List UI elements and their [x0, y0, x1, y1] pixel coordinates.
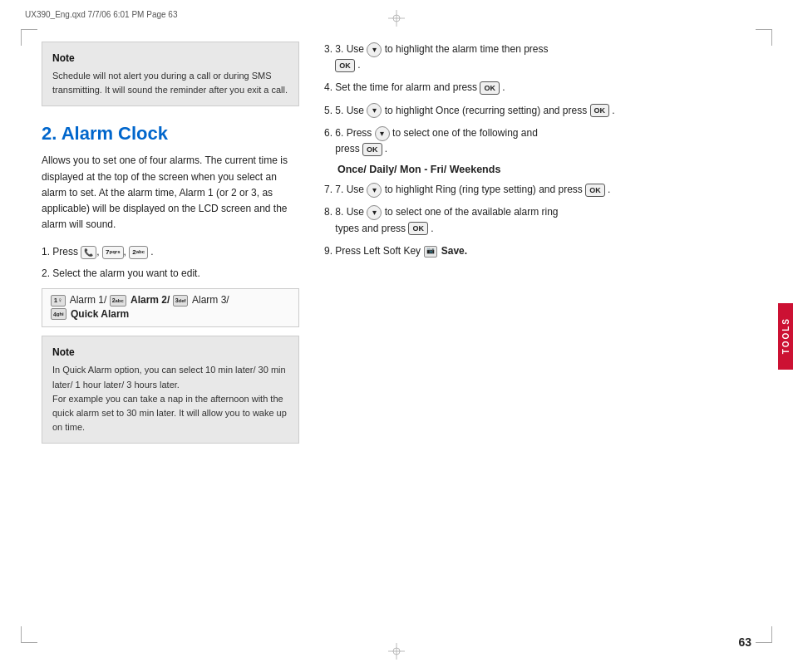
step4-text: 4. Set the time for alarm and press	[324, 81, 480, 93]
step3-text: to highlight the alarm time then press	[385, 43, 549, 55]
step9-bold: Save.	[441, 245, 467, 257]
alarm-row-1: 1♀ Alarm 1/ 2abc Alarm 2/ 3def Alarm 3/	[51, 294, 290, 307]
step5-num: 5.	[324, 105, 335, 116]
header-text: UX390_Eng.qxd 7/7/06 6:01 PM Page 63	[25, 10, 177, 19]
right-column: 3. 3. Use ▾ to highlight the alarm time …	[324, 42, 751, 630]
ok-btn-8[interactable]: OK	[408, 222, 428, 235]
section-heading: 2. Alarm Clock	[42, 123, 299, 145]
alarm-list-box: 1♀ Alarm 1/ 2abc Alarm 2/ 3def Alarm 3/ …	[42, 288, 299, 328]
key-1-icon: 1♀	[51, 295, 66, 307]
tools-label: TOOLS	[781, 317, 791, 354]
step-4: 4. Set the time for alarm and press OK .	[324, 80, 751, 96]
step8-num: 8.	[324, 206, 335, 218]
left-column: Note Schedule will not alert you during …	[42, 42, 299, 630]
step4-end: .	[502, 81, 505, 93]
ok-btn-4[interactable]: OK	[480, 81, 500, 95]
note-box-1: Note Schedule will not alert you during …	[42, 42, 299, 106]
once-daily-label: Once/ Daily/ Mon - Fri/ Weekends	[337, 164, 751, 175]
content-area: Note Schedule will not alert you during …	[42, 42, 751, 630]
note2-text: In Quick Alarm option, you can select 10…	[52, 363, 288, 434]
note-box-2: Note In Quick Alarm option, you can sele…	[42, 336, 299, 443]
nav-key-5: ▾	[367, 103, 382, 118]
step3-use: 3. Use	[335, 43, 364, 55]
step-2: 2. Select the alarm you want to edit.	[42, 266, 299, 282]
nav-key-3: ▾	[367, 42, 382, 57]
step-5: 5. 5. Use ▾ to highlight Once (recurring…	[324, 103, 751, 119]
quick-alarm-label: Quick Alarm	[71, 308, 129, 320]
alarm-row-2: 4ghi Quick Alarm	[51, 308, 290, 321]
step3-num: 3.	[324, 43, 335, 55]
ok-btn-7[interactable]: OK	[585, 184, 605, 197]
step6-num: 6.	[324, 127, 335, 139]
softkey-save-icon: 📷	[424, 246, 437, 258]
step7-text: to highlight Ring (ring type setting) an…	[385, 184, 585, 195]
step-9: 9. Press Left Soft Key 📷 Save.	[324, 243, 751, 259]
key-phone-icon: 📞	[81, 246, 96, 259]
section-body: Allows you to set one of four alarms. Th…	[42, 153, 299, 233]
note2-title: Note	[52, 345, 288, 360]
step5-text: to highlight Once (recurring setting) an…	[385, 105, 590, 116]
step5-end: .	[612, 105, 614, 116]
crosshair-bottom	[388, 643, 405, 662]
alarm1-label: Alarm 1/	[70, 294, 110, 306]
step-1: 1. Press 📞, 7pqrs, 2abc .	[42, 244, 299, 260]
note1-text: Schedule will not alert you during a cal…	[52, 69, 288, 97]
corner-tl	[21, 29, 37, 46]
step7-use: 7. Use	[335, 184, 364, 195]
key-4ghi-icon: 4ghi	[51, 308, 66, 320]
ok-btn-5[interactable]: OK	[590, 104, 610, 117]
corner-br	[756, 626, 772, 643]
nav-key-8: ▾	[367, 205, 382, 220]
ok-btn-3[interactable]: OK	[335, 59, 355, 72]
key-2abc-icon: 2abc	[110, 295, 126, 307]
step1-prefix: 1. Press	[42, 246, 78, 258]
page-number: 63	[738, 635, 751, 649]
nav-key-7: ▾	[367, 183, 382, 198]
note1-title: Note	[52, 51, 288, 66]
step3-end: .	[357, 59, 360, 71]
corner-tr	[756, 29, 772, 46]
step8-use: 8. Use	[335, 206, 364, 218]
step-7: 7. 7. Use ▾ to highlight Ring (ring type…	[324, 182, 751, 198]
step6-end: .	[385, 143, 387, 155]
step7-num: 7.	[324, 184, 335, 195]
step-6: 6. 6. Press ▾ to select one of the follo…	[324, 125, 751, 157]
ok-btn-6[interactable]: OK	[362, 143, 382, 156]
step-8: 8. 8. Use ▾ to select one of the availab…	[324, 204, 751, 236]
step7-end: .	[608, 184, 610, 195]
key-7-icon: 7pqrs	[102, 246, 123, 259]
step5-use: 5. Use	[335, 105, 364, 116]
corner-bl	[21, 626, 37, 643]
step9-text: 9. Press Left Soft Key	[324, 245, 423, 257]
alarm2-label: Alarm 2/	[131, 294, 173, 306]
key-2-icon: 2abc	[129, 246, 148, 259]
alarm3-label: Alarm 3/	[192, 294, 229, 306]
tools-tab: TOOLS	[778, 303, 793, 370]
step-3: 3. 3. Use ▾ to highlight the alarm time …	[324, 42, 751, 73]
nav-key-6: ▾	[375, 126, 390, 141]
header-bar: UX390_Eng.qxd 7/7/06 6:01 PM Page 63	[25, 10, 768, 19]
key-3def-icon: 3def	[173, 295, 189, 307]
page-container: UX390_Eng.qxd 7/7/06 6:01 PM Page 63 TOO…	[0, 0, 793, 672]
step8-end: .	[431, 223, 433, 234]
step6-press: 6. Press	[335, 127, 372, 139]
